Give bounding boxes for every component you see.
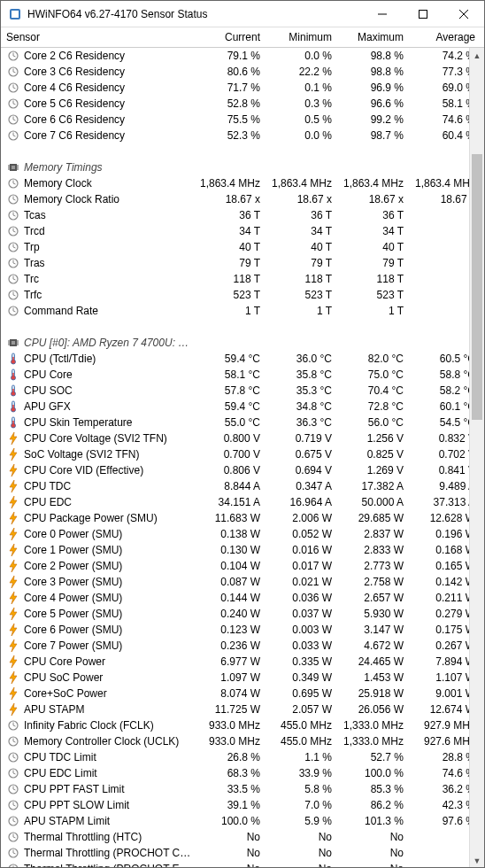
sensor-row[interactable]: Core 1 Power (SMU)0.130 W0.016 W2.833 W0… — [1, 542, 484, 558]
sensor-row[interactable]: Core 5 Power (SMU)0.240 W0.037 W5.930 W0… — [1, 606, 484, 622]
sensor-label: Core 0 Power (SMU) — [24, 528, 192, 540]
sensor-row[interactable]: Trp40 T40 T40 T — [1, 239, 484, 255]
header-minimum[interactable]: Minimum — [264, 31, 335, 43]
clock-icon — [6, 766, 20, 780]
sensor-row[interactable]: Memory Controller Clock (UCLK)933.0 MHz4… — [1, 733, 484, 749]
sensor-row[interactable]: Infinity Fabric Clock (FCLK)933.0 MHz455… — [1, 717, 484, 733]
bolt-icon — [6, 575, 20, 589]
value-ma: 85.3 % — [335, 783, 407, 795]
value-mi: 22.2 % — [264, 66, 335, 78]
sensor-label: Core 6 C6 Residency — [24, 113, 192, 126]
value-mi: 7.0 % — [264, 799, 335, 811]
sensor-row[interactable]: Tras79 T79 T79 T — [1, 255, 484, 271]
bolt-icon — [6, 607, 20, 621]
svg-marker-91 — [10, 576, 17, 588]
value-av: 0.175 W — [407, 624, 479, 636]
value-av: 0.841 V — [407, 464, 479, 477]
sensor-row[interactable]: Trcd34 T34 T34 T — [1, 223, 484, 239]
titlebar[interactable]: HWiNFO64 v6.27-4170 Sensor Status — [1, 1, 484, 27]
sensor-row[interactable]: CPU PPT SLOW Limit39.1 %7.0 %86.2 %42.3 … — [1, 797, 484, 813]
sensor-row[interactable]: Trfc523 T523 T523 T — [1, 287, 484, 303]
value-c: 52.3 % — [192, 129, 264, 142]
svg-marker-94 — [10, 624, 17, 636]
scrollbar[interactable]: ▲ ▼ — [469, 48, 484, 868]
sensor-row[interactable]: APU STAPM Limit100.0 %5.9 %101.3 %97.6 % — [1, 813, 484, 829]
sensor-row[interactable]: Thermal Throttling (PROCHOT CPU)NoNoNo — [1, 845, 484, 861]
svg-marker-87 — [10, 512, 17, 524]
section-row[interactable]: CPU [#0]: AMD Ryzen 7 4700U: E... — [1, 335, 484, 351]
sensor-row[interactable]: Core 3 C6 Residency80.6 %22.2 %98.8 %77.… — [1, 64, 484, 80]
scroll-up-icon[interactable]: ▲ — [470, 48, 484, 63]
header-average[interactable]: Average — [407, 31, 479, 43]
value-c: 933.0 MHz — [192, 719, 264, 732]
sensor-row[interactable]: Core 5 C6 Residency52.8 %0.3 %96.6 %58.1… — [1, 96, 484, 112]
value-mi: 1 T — [264, 305, 335, 317]
sensor-row[interactable]: Trc118 T118 T118 T — [1, 271, 484, 287]
sensor-row[interactable]: CPU Package Power (SMU)11.683 W2.006 W29… — [1, 510, 484, 526]
sensor-row[interactable]: CPU EDC34.151 A16.964 A50.000 A37.313 A — [1, 494, 484, 510]
header-sensor[interactable]: Sensor — [6, 31, 192, 43]
value-c: 0.087 W — [192, 576, 264, 588]
sensor-row[interactable]: Core 2 Power (SMU)0.104 W0.017 W2.773 W0… — [1, 558, 484, 574]
value-ma: 4.672 W — [335, 639, 407, 652]
sensor-row[interactable]: Core 6 C6 Residency75.5 %0.5 %99.2 %74.6… — [1, 112, 484, 128]
svg-line-114 — [13, 789, 16, 790]
sensor-row[interactable]: Core 4 C6 Residency71.7 %0.1 %96.9 %69.0… — [1, 80, 484, 96]
sensor-row[interactable]: Core 0 Power (SMU)0.138 W0.052 W2.837 W0… — [1, 526, 484, 542]
sensor-row[interactable]: CPU SOC57.8 °C35.3 °C70.4 °C58.2 °C — [1, 383, 484, 399]
sensor-row[interactable]: Thermal Throttling (PROCHOT EXT)NoNoNo — [1, 861, 484, 868]
sensor-label: CPU EDC — [24, 496, 192, 508]
sensor-row[interactable]: Tcas36 T36 T36 T — [1, 207, 484, 223]
svg-line-58 — [13, 311, 16, 312]
sensor-row[interactable]: CPU EDC Limit68.3 %33.9 %100.0 %74.6 % — [1, 765, 484, 781]
close-button[interactable] — [443, 1, 484, 27]
sensor-row[interactable]: CPU Skin Temperature55.0 °C36.3 °C56.0 °… — [1, 415, 484, 430]
sensor-row[interactable]: Core 2 C6 Residency79.1 %0.0 %98.8 %74.2… — [1, 48, 484, 64]
sensor-row[interactable]: CPU TDC8.844 A0.347 A17.382 A9.489 A — [1, 478, 484, 494]
value-mi: 0.694 V — [264, 464, 335, 477]
sensor-row[interactable]: Command Rate1 T1 T1 T — [1, 303, 484, 319]
sensor-row[interactable]: CPU Core Voltage (SVI2 TFN)0.800 V0.719 … — [1, 430, 484, 446]
sensor-label: CPU Skin Temperature — [24, 416, 192, 429]
sensor-label: CPU [#0]: AMD Ryzen 7 4700U: E... — [24, 337, 192, 349]
scroll-down-icon[interactable]: ▼ — [470, 853, 484, 868]
sensor-row[interactable]: CPU Core Power6.977 W0.335 W24.465 W7.89… — [1, 654, 484, 670]
sensor-row[interactable]: CPU Core58.1 °C35.8 °C75.0 °C58.8 °C — [1, 367, 484, 383]
sensor-row[interactable]: APU STAPM11.725 W2.057 W26.056 W12.674 W — [1, 701, 484, 717]
bolt-icon — [6, 670, 20, 685]
section-row[interactable]: Memory Timings — [1, 159, 484, 175]
maximize-button[interactable] — [403, 1, 443, 27]
sensor-row[interactable]: Core 4 Power (SMU)0.144 W0.036 W2.657 W0… — [1, 590, 484, 606]
sensor-row[interactable]: Memory Clock1,863.4 MHz1,863.4 MHz1,863.… — [1, 175, 484, 191]
svg-rect-60 — [12, 341, 15, 345]
sensor-label: Trp — [24, 241, 192, 253]
header-current[interactable]: Current — [192, 31, 264, 43]
value-av: 28.8 % — [407, 751, 479, 763]
sensor-row[interactable]: Core 6 Power (SMU)0.123 W0.003 W3.147 W0… — [1, 622, 484, 638]
sensor-label: Core+SoC Power — [24, 687, 192, 700]
value-av: 69.0 % — [407, 81, 479, 94]
sensor-row[interactable]: Core+SoC Power8.074 W0.695 W25.918 W9.00… — [1, 686, 484, 701]
sensor-row[interactable]: APU GFX59.4 °C34.8 °C72.8 °C60.1 °C — [1, 399, 484, 415]
sensor-row[interactable]: CPU Core VID (Effective)0.806 V0.694 V1.… — [1, 462, 484, 478]
bolt-icon — [6, 591, 20, 605]
sensor-row[interactable]: Core 3 Power (SMU)0.087 W0.021 W2.758 W0… — [1, 574, 484, 590]
sensor-row[interactable]: CPU SoC Power1.097 W0.349 W1.453 W1.107 … — [1, 670, 484, 686]
value-mi: 18.67 x — [264, 193, 335, 205]
sensor-row[interactable]: Memory Clock Ratio18.67 x18.67 x18.67 x1… — [1, 191, 484, 207]
value-mi: 0.033 W — [264, 639, 335, 652]
sensor-row[interactable]: Thermal Throttling (HTC)NoNoNo — [1, 829, 484, 845]
value-c: 26.8 % — [192, 751, 264, 763]
sensor-row[interactable]: Core 7 C6 Residency52.3 %0.0 %98.7 %60.4… — [1, 128, 484, 143]
value-c: 34 T — [192, 225, 264, 237]
sensor-row[interactable]: CPU PPT FAST Limit33.5 %5.8 %85.3 %36.2 … — [1, 781, 484, 797]
sensor-row[interactable]: CPU (Tctl/Tdie)59.4 °C36.0 °C82.0 °C60.5… — [1, 351, 484, 367]
sensor-row[interactable]: SoC Voltage (SVI2 TFN)0.700 V0.675 V0.82… — [1, 446, 484, 462]
scroll-thumb[interactable] — [472, 154, 482, 420]
column-headers[interactable]: Sensor Current Minimum Maximum Average — [1, 27, 484, 48]
sensor-row[interactable]: Core 7 Power (SMU)0.236 W0.033 W4.672 W0… — [1, 638, 484, 654]
header-maximum[interactable]: Maximum — [335, 31, 407, 43]
value-c: 18.67 x — [192, 193, 264, 205]
minimize-button[interactable] — [362, 1, 403, 27]
sensor-row[interactable]: CPU TDC Limit26.8 %1.1 %52.7 %28.8 % — [1, 749, 484, 765]
